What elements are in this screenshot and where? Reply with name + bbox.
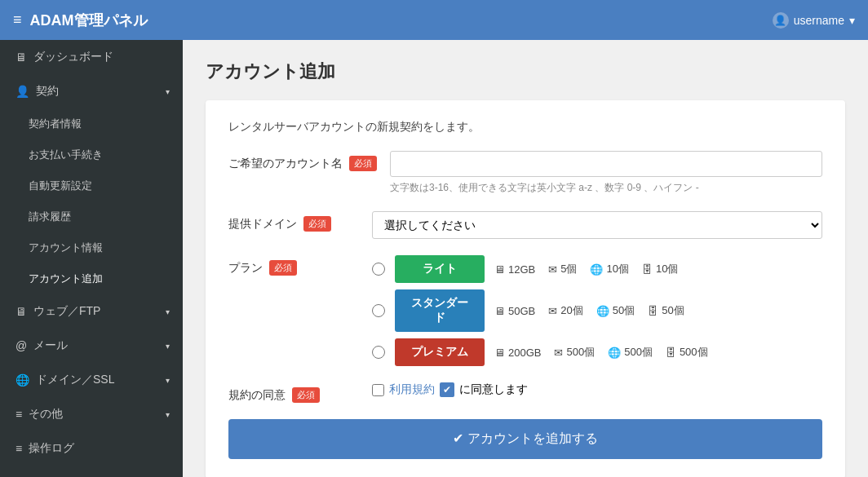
contract-icon: 👤	[16, 85, 29, 98]
plan-standard-specs: 🖥50GB ✉20個 🌐50個 🗄50個	[494, 303, 684, 318]
db-spec-icon: 🌐	[596, 305, 609, 317]
premium-db: 500個	[624, 345, 653, 360]
agreement-checkbox[interactable]	[372, 384, 384, 396]
sidebar-item-billing[interactable]: 請求履歴	[0, 201, 183, 232]
log-icon: ≡	[16, 442, 22, 455]
page-title: アカウント追加	[206, 60, 845, 84]
required-badge: 必須	[269, 260, 297, 276]
domain-row: 提供ドメイン 必須 選択してください	[228, 211, 822, 239]
sidebar-item-contract-info[interactable]: 契約者情報	[0, 108, 183, 139]
sidebar-item-label: ドメイン／SSL	[36, 373, 114, 387]
submit-button[interactable]: ✔ アカウントを追加する	[228, 419, 822, 459]
lite-storage: 12GB	[508, 263, 535, 276]
sidebar-item-label: ウェブ／FTP	[33, 304, 100, 319]
plan-lite-radio[interactable]	[372, 263, 385, 276]
sidebar-item-domain[interactable]: 🌐 ドメイン／SSL ▾	[0, 363, 183, 397]
standard-storage: 50GB	[508, 305, 535, 317]
required-badge: 必須	[303, 216, 331, 232]
plan-standard-radio[interactable]	[372, 304, 385, 317]
sidebar-item-oplog[interactable]: ≡ 操作ログ	[0, 431, 183, 466]
sidebar-item-label: アカウント追加	[29, 272, 103, 286]
plan-standard-row: スタンダード 🖥50GB ✉20個 🌐50個 🗄50個	[372, 289, 822, 332]
plan-premium-radio[interactable]	[372, 346, 385, 359]
storage-icon: 🖥	[494, 305, 505, 317]
mail-spec-icon: ✉	[548, 305, 557, 317]
sidebar-item-label: メール	[33, 338, 68, 353]
agreement-suffix: に同意します	[459, 382, 528, 397]
sidebar-item-mail[interactable]: @ メール ▾	[0, 329, 183, 363]
sidebar-item-dashboard[interactable]: 🖥 ダッシュボード	[0, 40, 183, 74]
account-name-hint: 文字数は3-16、使用できる文字は英小文字 a-z 、数字 0-9 、ハイフン …	[390, 181, 822, 195]
sidebar-item-label: お支払い手続き	[29, 148, 103, 162]
plan-options: ライト 🖥12GB ✉5個 🌐10個 🗄10個 スタンダード	[372, 255, 822, 366]
sidebar-item-auto-renew[interactable]: 自動更新設定	[0, 170, 183, 201]
sidebar-item-web-ftp[interactable]: 🖥 ウェブ／FTP ▾	[0, 294, 183, 329]
standard-sub: 50個	[662, 303, 684, 318]
sidebar: 🖥 ダッシュボード 👤 契約 ▾ 契約者情報 お支払い手続き 自動更新設定 請求…	[0, 40, 183, 477]
user-avatar-icon: 👤	[773, 12, 789, 29]
storage-icon: 🖥	[494, 263, 505, 276]
sidebar-item-label: ダッシュボード	[33, 50, 113, 64]
sidebar-item-label: 請求履歴	[29, 210, 71, 224]
agreement-row: 規約の同意 必須 利用規約 ✔ に同意します	[228, 382, 822, 403]
sidebar-item-other[interactable]: ≡ その他 ▾	[0, 397, 183, 431]
account-name-input[interactable]	[390, 151, 822, 177]
standard-db: 50個	[613, 303, 635, 318]
sidebar-item-label: 契約	[36, 84, 59, 99]
lite-mail: 5個	[560, 262, 577, 276]
app-title: ADAM管理パネル	[30, 11, 148, 30]
required-badge: 必須	[292, 387, 320, 403]
plan-lite-specs: 🖥12GB ✉5個 🌐10個 🗄10個	[494, 262, 678, 276]
sidebar-item-account-info[interactable]: アカウント情報	[0, 232, 183, 263]
premium-storage: 200GB	[508, 347, 541, 359]
form-intro-text: レンタルサーバアカウントの新規契約をします。	[228, 120, 822, 135]
sub-spec-icon: 🗄	[642, 263, 653, 276]
agreement-label: 規約の同意	[228, 388, 286, 403]
sidebar-item-payment[interactable]: お支払い手続き	[0, 139, 183, 170]
plan-lite-label: ライト	[395, 255, 485, 283]
domain-select[interactable]: 選択してください	[372, 211, 822, 239]
mail-icon: @	[16, 339, 27, 352]
account-name-row: ご希望のアカウント名 必須 文字数は3-16、使用できる文字は英小文字 a-z …	[228, 151, 822, 195]
chevron-down-icon: ▾	[166, 376, 170, 385]
plan-premium-row: プレミアム 🖥200GB ✉500個 🌐500個 🗄500個	[372, 338, 822, 366]
db-spec-icon: 🌐	[590, 263, 603, 276]
standard-mail: 20個	[560, 303, 582, 318]
plan-lite-row: ライト 🖥12GB ✉5個 🌐10個 🗄10個	[372, 255, 822, 283]
hamburger-menu-icon[interactable]: ≡	[13, 11, 22, 29]
chevron-down-icon: ▾	[166, 342, 170, 351]
sidebar-item-label: 操作ログ	[29, 441, 74, 456]
sidebar-item-account-add[interactable]: アカウント追加	[0, 263, 183, 294]
chevron-down-icon: ▾	[166, 307, 170, 316]
plan-row: プラン 必須 ライト 🖥12GB ✉5個 🌐10個	[228, 255, 822, 366]
sidebar-item-label: アカウント情報	[29, 241, 103, 255]
required-badge: 必須	[349, 156, 377, 171]
globe-icon: 🌐	[16, 373, 29, 386]
plan-label: プラン	[228, 261, 263, 276]
username-label: username	[794, 14, 844, 27]
terms-link[interactable]: 利用規約	[389, 382, 435, 397]
sidebar-item-label: 契約者情報	[29, 117, 82, 131]
sidebar-item-contract[interactable]: 👤 契約 ▾	[0, 74, 183, 108]
plan-standard-label: スタンダード	[395, 289, 485, 332]
mail-spec-icon: ✉	[554, 347, 563, 359]
mail-spec-icon: ✉	[548, 263, 557, 276]
sidebar-item-label: 自動更新設定	[29, 179, 92, 193]
top-navigation: ≡ ADAM管理パネル 👤 username ▾	[0, 0, 868, 40]
chevron-down-icon: ▾	[166, 410, 170, 419]
premium-mail: 500個	[566, 345, 595, 360]
sub-spec-icon: 🗄	[648, 305, 658, 317]
storage-icon: 🖥	[494, 347, 505, 359]
other-icon: ≡	[16, 408, 22, 421]
chevron-down-icon: ▾	[166, 87, 170, 96]
form-card: レンタルサーバアカウントの新規契約をします。 ご希望のアカウント名 必須 文字数…	[206, 100, 845, 477]
lite-db: 10個	[606, 262, 628, 276]
user-menu[interactable]: 👤 username ▾	[773, 12, 855, 29]
user-dropdown-icon: ▾	[849, 14, 855, 27]
checked-icon: ✔	[440, 382, 454, 397]
monitor-icon: 🖥	[16, 305, 27, 318]
lite-sub: 10個	[656, 262, 678, 276]
sub-spec-icon: 🗄	[666, 347, 676, 359]
account-name-label: ご希望のアカウント名	[228, 157, 343, 171]
plan-premium-specs: 🖥200GB ✉500個 🌐500個 🗄500個	[494, 345, 708, 360]
